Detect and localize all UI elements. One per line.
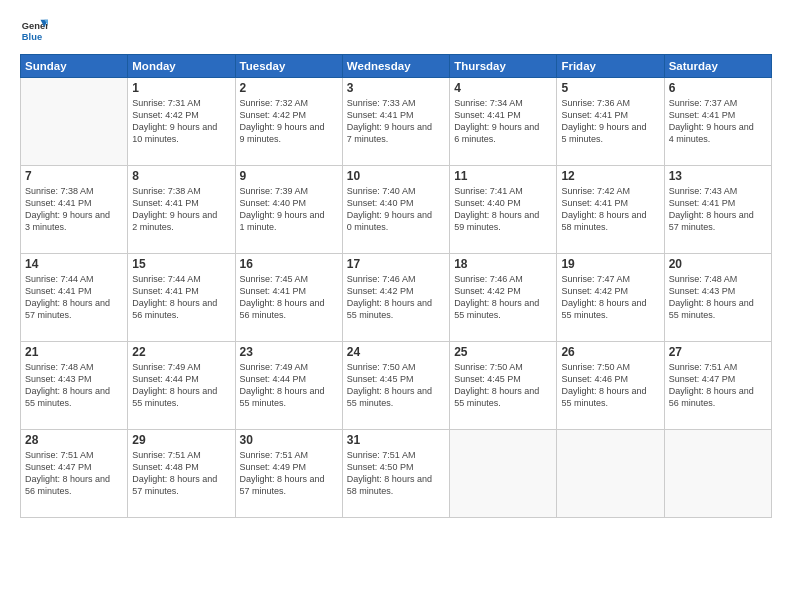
- sunset-text: Sunset: 4:42 PM: [454, 285, 552, 297]
- day-number: 4: [454, 81, 552, 95]
- calendar-day-header: Friday: [557, 55, 664, 78]
- sunrise-text: Sunrise: 7:41 AM: [454, 185, 552, 197]
- sunset-text: Sunset: 4:50 PM: [347, 461, 445, 473]
- day-number: 13: [669, 169, 767, 183]
- daylight-text-2: 55 minutes.: [669, 309, 767, 321]
- sunset-text: Sunset: 4:42 PM: [240, 109, 338, 121]
- calendar-cell: 29Sunrise: 7:51 AMSunset: 4:48 PMDayligh…: [128, 430, 235, 518]
- daylight-text: Daylight: 8 hours and: [132, 385, 230, 397]
- calendar-week-row: 28Sunrise: 7:51 AMSunset: 4:47 PMDayligh…: [21, 430, 772, 518]
- daylight-text-2: 57 minutes.: [240, 485, 338, 497]
- sunset-text: Sunset: 4:41 PM: [347, 109, 445, 121]
- calendar-day-header: Sunday: [21, 55, 128, 78]
- calendar-cell: 18Sunrise: 7:46 AMSunset: 4:42 PMDayligh…: [450, 254, 557, 342]
- sunrise-text: Sunrise: 7:49 AM: [240, 361, 338, 373]
- daylight-text: Daylight: 9 hours and: [240, 209, 338, 221]
- daylight-text-2: 57 minutes.: [132, 485, 230, 497]
- calendar-week-row: 7Sunrise: 7:38 AMSunset: 4:41 PMDaylight…: [21, 166, 772, 254]
- calendar-week-row: 1Sunrise: 7:31 AMSunset: 4:42 PMDaylight…: [21, 78, 772, 166]
- day-number: 10: [347, 169, 445, 183]
- calendar-cell: 4Sunrise: 7:34 AMSunset: 4:41 PMDaylight…: [450, 78, 557, 166]
- calendar-cell: 30Sunrise: 7:51 AMSunset: 4:49 PMDayligh…: [235, 430, 342, 518]
- daylight-text: Daylight: 9 hours and: [25, 209, 123, 221]
- daylight-text-2: 55 minutes.: [240, 397, 338, 409]
- daylight-text: Daylight: 8 hours and: [240, 473, 338, 485]
- sunrise-text: Sunrise: 7:47 AM: [561, 273, 659, 285]
- daylight-text-2: 1 minute.: [240, 221, 338, 233]
- day-number: 14: [25, 257, 123, 271]
- calendar-cell: 17Sunrise: 7:46 AMSunset: 4:42 PMDayligh…: [342, 254, 449, 342]
- daylight-text: Daylight: 8 hours and: [669, 385, 767, 397]
- sunrise-text: Sunrise: 7:51 AM: [347, 449, 445, 461]
- sunrise-text: Sunrise: 7:51 AM: [132, 449, 230, 461]
- calendar-cell: 7Sunrise: 7:38 AMSunset: 4:41 PMDaylight…: [21, 166, 128, 254]
- daylight-text-2: 55 minutes.: [454, 309, 552, 321]
- calendar-cell: 21Sunrise: 7:48 AMSunset: 4:43 PMDayligh…: [21, 342, 128, 430]
- calendar-cell: 5Sunrise: 7:36 AMSunset: 4:41 PMDaylight…: [557, 78, 664, 166]
- sunset-text: Sunset: 4:47 PM: [25, 461, 123, 473]
- calendar-table: SundayMondayTuesdayWednesdayThursdayFrid…: [20, 54, 772, 518]
- daylight-text-2: 5 minutes.: [561, 133, 659, 145]
- calendar-day-header: Monday: [128, 55, 235, 78]
- calendar-cell: [557, 430, 664, 518]
- calendar-day-header: Tuesday: [235, 55, 342, 78]
- daylight-text: Daylight: 8 hours and: [454, 385, 552, 397]
- daylight-text: Daylight: 8 hours and: [561, 385, 659, 397]
- sunset-text: Sunset: 4:43 PM: [669, 285, 767, 297]
- sunrise-text: Sunrise: 7:51 AM: [240, 449, 338, 461]
- calendar-cell: 11Sunrise: 7:41 AMSunset: 4:40 PMDayligh…: [450, 166, 557, 254]
- calendar-week-row: 14Sunrise: 7:44 AMSunset: 4:41 PMDayligh…: [21, 254, 772, 342]
- calendar-header-row: SundayMondayTuesdayWednesdayThursdayFrid…: [21, 55, 772, 78]
- daylight-text: Daylight: 8 hours and: [454, 209, 552, 221]
- calendar-cell: 26Sunrise: 7:50 AMSunset: 4:46 PMDayligh…: [557, 342, 664, 430]
- daylight-text: Daylight: 8 hours and: [132, 473, 230, 485]
- daylight-text-2: 56 minutes.: [240, 309, 338, 321]
- calendar-cell: [21, 78, 128, 166]
- sunrise-text: Sunrise: 7:38 AM: [25, 185, 123, 197]
- sunrise-text: Sunrise: 7:43 AM: [669, 185, 767, 197]
- daylight-text: Daylight: 8 hours and: [25, 385, 123, 397]
- logo: General Blue: [20, 16, 52, 44]
- sunrise-text: Sunrise: 7:51 AM: [669, 361, 767, 373]
- daylight-text: Daylight: 9 hours and: [347, 121, 445, 133]
- sunrise-text: Sunrise: 7:48 AM: [25, 361, 123, 373]
- daylight-text-2: 4 minutes.: [669, 133, 767, 145]
- day-number: 9: [240, 169, 338, 183]
- calendar-cell: 1Sunrise: 7:31 AMSunset: 4:42 PMDaylight…: [128, 78, 235, 166]
- calendar-cell: 25Sunrise: 7:50 AMSunset: 4:45 PMDayligh…: [450, 342, 557, 430]
- daylight-text: Daylight: 9 hours and: [454, 121, 552, 133]
- calendar-cell: 24Sunrise: 7:50 AMSunset: 4:45 PMDayligh…: [342, 342, 449, 430]
- sunrise-text: Sunrise: 7:50 AM: [454, 361, 552, 373]
- sunset-text: Sunset: 4:44 PM: [132, 373, 230, 385]
- daylight-text: Daylight: 8 hours and: [561, 209, 659, 221]
- sunrise-text: Sunrise: 7:32 AM: [240, 97, 338, 109]
- daylight-text-2: 56 minutes.: [25, 485, 123, 497]
- sunset-text: Sunset: 4:40 PM: [454, 197, 552, 209]
- sunset-text: Sunset: 4:41 PM: [561, 197, 659, 209]
- daylight-text-2: 55 minutes.: [454, 397, 552, 409]
- day-number: 22: [132, 345, 230, 359]
- calendar-cell: 6Sunrise: 7:37 AMSunset: 4:41 PMDaylight…: [664, 78, 771, 166]
- sunrise-text: Sunrise: 7:42 AM: [561, 185, 659, 197]
- page-header: General Blue: [20, 16, 772, 44]
- sunrise-text: Sunrise: 7:37 AM: [669, 97, 767, 109]
- sunset-text: Sunset: 4:45 PM: [347, 373, 445, 385]
- daylight-text: Daylight: 8 hours and: [454, 297, 552, 309]
- daylight-text: Daylight: 8 hours and: [669, 209, 767, 221]
- daylight-text-2: 56 minutes.: [132, 309, 230, 321]
- calendar-cell: 28Sunrise: 7:51 AMSunset: 4:47 PMDayligh…: [21, 430, 128, 518]
- sunrise-text: Sunrise: 7:46 AM: [454, 273, 552, 285]
- day-number: 5: [561, 81, 659, 95]
- sunrise-text: Sunrise: 7:45 AM: [240, 273, 338, 285]
- day-number: 11: [454, 169, 552, 183]
- daylight-text-2: 9 minutes.: [240, 133, 338, 145]
- daylight-text: Daylight: 9 hours and: [347, 209, 445, 221]
- daylight-text: Daylight: 8 hours and: [561, 297, 659, 309]
- sunset-text: Sunset: 4:41 PM: [669, 197, 767, 209]
- day-number: 2: [240, 81, 338, 95]
- daylight-text: Daylight: 8 hours and: [25, 297, 123, 309]
- daylight-text-2: 57 minutes.: [669, 221, 767, 233]
- daylight-text: Daylight: 8 hours and: [132, 297, 230, 309]
- sunset-text: Sunset: 4:47 PM: [669, 373, 767, 385]
- calendar-cell: [664, 430, 771, 518]
